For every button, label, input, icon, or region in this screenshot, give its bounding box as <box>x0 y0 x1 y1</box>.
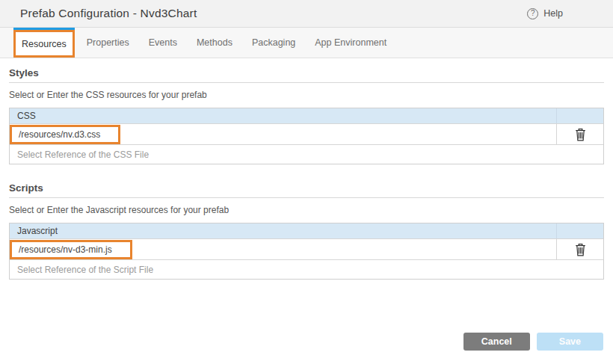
trash-icon <box>575 128 586 141</box>
css-reference-placeholder-row[interactable]: Select Reference of the CSS File <box>10 144 603 164</box>
cancel-button[interactable]: Cancel <box>463 333 530 351</box>
tab-methods[interactable]: Methods <box>187 28 242 58</box>
page-title: Prefab Configuration - Nvd3Chart <box>20 7 197 20</box>
trash-icon <box>575 243 586 256</box>
save-button[interactable]: Save <box>537 333 603 351</box>
tab-packaging[interactable]: Packaging <box>242 28 305 58</box>
config-tabbar: Resources Properties Events Methods Pack… <box>0 28 613 58</box>
tab-resources[interactable]: Resources <box>13 30 75 58</box>
css-placeholder-text: Select Reference of the CSS File <box>17 149 149 160</box>
tab-resources-label: Resources <box>22 39 67 49</box>
delete-script-resource-button[interactable] <box>573 241 588 258</box>
script-placeholder-text: Select Reference of the Script File <box>17 265 153 275</box>
script-value-annotation-highlight: /resources/nv-d3-min.js <box>10 240 132 259</box>
scripts-section: Scripts Select or Enter the Javascript r… <box>9 182 604 280</box>
tab-packaging-label: Packaging <box>252 37 295 48</box>
css-resource-value: /resources/nv.d3.css <box>19 129 100 140</box>
css-row-actions <box>556 124 603 144</box>
css-action-column-header <box>556 108 603 123</box>
help-question-icon: ? <box>527 8 538 19</box>
script-table-header-row: Javascript <box>10 223 603 238</box>
styles-description: Select or Enter the CSS resources for yo… <box>9 90 604 100</box>
css-value-annotation-highlight: /resources/nv.d3.css <box>10 125 120 144</box>
delete-css-resource-button[interactable] <box>573 126 588 143</box>
scripts-description: Select or Enter the Javascript resources… <box>9 205 604 215</box>
script-row-actions <box>556 239 603 259</box>
script-resource-field[interactable]: /resources/nv-d3-min.js <box>10 239 556 259</box>
tab-resources-wrap: Resources <box>13 28 75 58</box>
css-column-header: CSS <box>10 108 556 123</box>
script-reference-placeholder-row[interactable]: Select Reference of the Script File <box>10 259 603 279</box>
styles-section: Styles Select or Enter the CSS resources… <box>9 67 604 164</box>
script-resources-table: Javascript /resources/nv-d3-min.js <box>9 223 604 280</box>
help-button[interactable]: ? Help <box>527 8 563 19</box>
tab-events-label: Events <box>149 37 177 48</box>
tab-events[interactable]: Events <box>139 28 187 58</box>
tab-properties[interactable]: Properties <box>77 28 139 58</box>
styles-heading: Styles <box>9 67 604 83</box>
script-resource-row: /resources/nv-d3-min.js <box>10 238 603 259</box>
script-action-column-header <box>556 223 603 238</box>
javascript-column-header: Javascript <box>10 223 556 238</box>
tab-methods-label: Methods <box>197 37 232 48</box>
css-resource-row: /resources/nv.d3.css <box>10 123 603 144</box>
dialog-footer: Cancel Save <box>463 333 603 351</box>
tab-app-environment[interactable]: App Environment <box>305 28 396 58</box>
css-resource-field[interactable]: /resources/nv.d3.css <box>10 124 556 144</box>
tab-app-environment-label: App Environment <box>315 37 386 48</box>
css-resources-table: CSS /resources/nv.d3.css <box>9 108 604 164</box>
scripts-heading: Scripts <box>9 182 604 198</box>
dialog-titlebar: Prefab Configuration - Nvd3Chart ? Help <box>0 0 613 28</box>
script-resource-value: /resources/nv-d3-min.js <box>19 244 112 255</box>
help-label: Help <box>543 8 563 19</box>
resources-tab-content: Styles Select or Enter the CSS resources… <box>0 67 613 280</box>
tab-properties-label: Properties <box>87 37 129 48</box>
css-table-header-row: CSS <box>10 108 603 123</box>
